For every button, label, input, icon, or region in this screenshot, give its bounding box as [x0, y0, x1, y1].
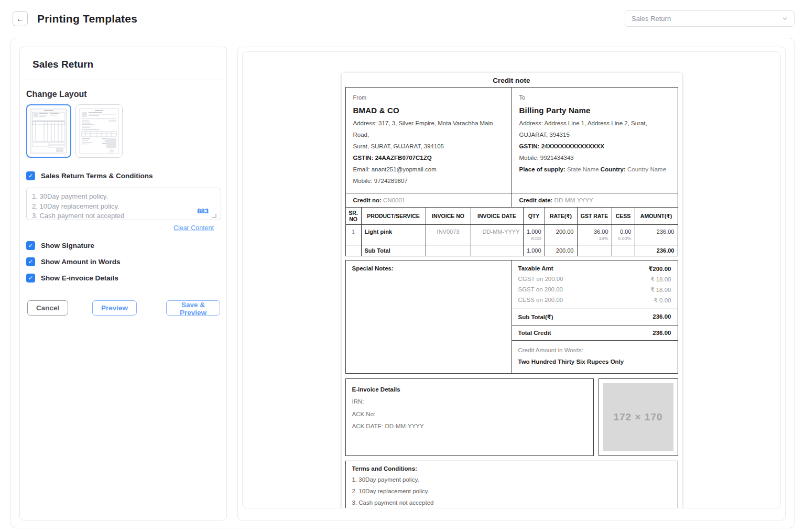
show-amount-words-checkbox[interactable]: ✓ — [26, 257, 35, 266]
preview-button[interactable]: Preview — [92, 300, 137, 316]
show-einvoice-checkbox[interactable]: ✓ — [26, 274, 35, 283]
resize-handle-icon[interactable] — [212, 214, 216, 218]
template-select[interactable]: Sales Return — [625, 10, 795, 27]
items-table: SR. NO PRODUCT/SERVICE INVOICE NO INVOIC… — [345, 207, 678, 256]
taxable-label: Taxable Amt — [518, 265, 553, 273]
layout-2-preview-icon — [79, 108, 119, 154]
to-label: To — [519, 92, 670, 103]
qr-placeholder: 172 × 170 — [603, 383, 673, 451]
terms-item: 3. Cash payment not accepted — [352, 497, 671, 508]
from-mobile: Mobile: 9724289807 — [353, 176, 504, 187]
from-label: From — [353, 92, 504, 103]
cess-value: ₹ 0.00 — [654, 297, 671, 304]
col-invoice-no: INVOICE NO — [426, 207, 471, 224]
item-product: Light pink — [361, 224, 426, 245]
total-credit-row: Total Credit 236.00 — [512, 325, 678, 341]
item-rate: 200.00 — [545, 224, 577, 245]
country-label: Country: — [601, 166, 626, 172]
credit-note-sheet: Credit note From BMAD & CO Address: 317,… — [342, 73, 682, 508]
terms-item: 1. 30Day payment policy. — [352, 474, 671, 485]
credit-no-label: Credit no: — [353, 197, 382, 203]
special-notes: Special Notes: — [346, 260, 512, 373]
preview-wrap: Credit note From BMAD & CO Address: 317,… — [242, 51, 781, 508]
cancel-button[interactable]: Cancel — [27, 300, 68, 316]
clear-content-link[interactable]: Clear Content — [26, 224, 214, 232]
subtotal-rate: 200.00 — [545, 245, 577, 256]
terms-checkbox-label: Sales Return Terms & Conditions — [41, 172, 153, 180]
back-arrow-icon: ← — [16, 14, 24, 23]
item-invoice-date: DD-MM-YYYY — [471, 224, 523, 245]
template-select-value: Sales Return — [632, 15, 782, 23]
terms-textarea-wrap: 1. 30Day payment policy. 2. 10Day replac… — [26, 188, 220, 222]
parties-box: From BMAD & CO Address: 317, 3, Silver E… — [345, 87, 678, 193]
layout-thumbnails — [26, 104, 220, 158]
chevron-down-icon — [782, 16, 788, 21]
to-gstin: GSTIN: 24XXXXXXXXXXXXXX — [519, 141, 670, 153]
layout-thumbnail-1[interactable] — [26, 104, 71, 158]
table-row: 1 Light pink INV0073 DD-MM-YYYY 1.000KGS… — [345, 224, 678, 245]
sgst-label: SGST on 200.00 — [518, 286, 563, 294]
from-address-1: Address: 317, 3, Silver Empire, Mota Var… — [353, 118, 504, 141]
total-credit-value: 236.00 — [652, 330, 671, 336]
subtotal-total-value: 236.00 — [652, 313, 671, 321]
credit-no-value: CN0001 — [383, 197, 405, 203]
credit-date-cell: Credit date: DD-MM-YYYY — [512, 193, 678, 207]
settings-card: Sales Return Change Layout — [19, 47, 227, 520]
col-cess: CESS — [612, 207, 635, 224]
credit-date-value: DD-MM-YYYY — [554, 197, 593, 203]
terms-item: 2. 10Day replacement policy. — [352, 485, 671, 497]
cgst-row: CGST on 200.00 ₹ 18.00 — [512, 274, 678, 285]
to-section: To Billing Party Name Address: Address L… — [512, 88, 678, 193]
einvoice-title: E-invoice Details — [352, 384, 587, 396]
col-rate: RATE(₹) — [545, 207, 577, 224]
show-signature-checkbox[interactable]: ✓ — [26, 241, 35, 250]
show-amount-words-row[interactable]: ✓ Show Amount in Words — [26, 257, 220, 266]
to-company: Billing Party Name — [519, 103, 670, 118]
item-gst: 36.0018% — [577, 224, 612, 245]
terms-textarea[interactable]: 1. 30Day payment policy. 2. 10Day replac… — [26, 188, 221, 220]
layout-thumbnail-2[interactable] — [75, 104, 123, 158]
credit-note-title: Credit note — [345, 75, 678, 87]
item-sr: 1 — [345, 224, 361, 245]
einvoice-details: E-invoice Details IRN: ACK No: ACK DATE:… — [345, 378, 594, 456]
show-signature-label: Show Signature — [41, 242, 94, 249]
to-mobile: Mobile: 9921434343 — [519, 153, 670, 164]
col-invoice-date: INVOICE DATE — [471, 207, 523, 224]
save-preview-button[interactable]: Save & Preview — [166, 300, 220, 316]
subtotal-empty — [577, 245, 612, 256]
item-amount: 236.00 — [635, 224, 678, 245]
pos-value: State Name — [567, 166, 599, 172]
show-signature-row[interactable]: ✓ Show Signature — [26, 241, 220, 250]
subtotal-empty — [426, 245, 471, 256]
item-qty-unit: KGS — [527, 236, 541, 241]
action-buttons: Cancel Preview Save & Preview — [26, 300, 220, 316]
subtotal-empty — [345, 245, 361, 256]
col-sr-no: SR. NO — [345, 207, 361, 224]
einvoice-section: E-invoice Details IRN: ACK No: ACK DATE:… — [345, 378, 678, 456]
terms-checkbox[interactable]: ✓ — [26, 171, 35, 180]
totals: Taxable Amt ₹200.00 CGST on 200.00 ₹ 18.… — [512, 260, 678, 373]
terms-title: Terms and Conditions: — [352, 465, 671, 472]
top-bar: ← Printing Templates Sales Return — [0, 0, 805, 34]
from-company: BMAD & CO — [353, 103, 504, 118]
back-button[interactable]: ← — [13, 11, 28, 26]
preview-card: Credit note From BMAD & CO Address: 317,… — [237, 47, 786, 520]
taxable-value: ₹200.00 — [648, 265, 671, 273]
subtotal-qty: 1.000 — [523, 245, 545, 256]
terms-checkbox-row[interactable]: ✓ Sales Return Terms & Conditions — [26, 171, 220, 180]
item-cess: 0.000.00% — [612, 224, 635, 245]
change-layout-label: Change Layout — [26, 90, 220, 99]
sgst-value: ₹ 18.00 — [650, 286, 671, 294]
credit-meta-row: Credit no: CN0001 Credit date: DD-MM-YYY… — [345, 193, 678, 208]
from-gstin: GSTIN: 24AAZFB0707C1ZQ — [353, 153, 504, 164]
item-gst-pct: 18% — [581, 236, 608, 241]
subtotal-amount: 236.00 — [635, 245, 678, 256]
char-counter: 883 — [195, 207, 209, 215]
layout-1-preview-icon — [30, 108, 67, 154]
subtotal-label: Sub Total — [361, 245, 426, 256]
page-title: Printing Templates — [37, 13, 137, 25]
country-value: Country Name — [627, 166, 666, 172]
cess-row: CESS on 200.00 ₹ 0.00 — [512, 295, 678, 309]
show-einvoice-row[interactable]: ✓ Show E-invoice Details — [26, 274, 220, 283]
amount-in-words: Credit Amount in Words: Two Hundred Thir… — [512, 341, 678, 373]
